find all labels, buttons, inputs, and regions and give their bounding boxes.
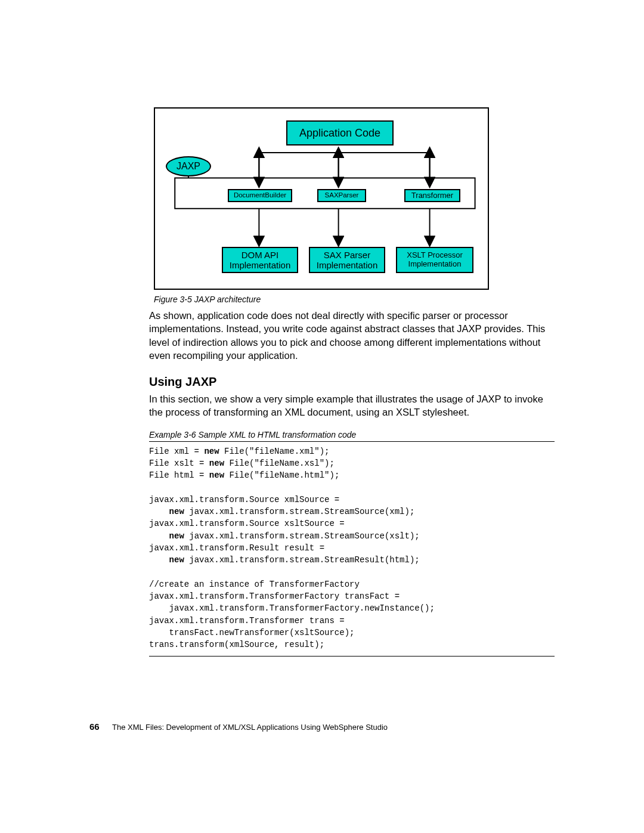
app-code-box: Application Code xyxy=(286,120,394,145)
document-builder-box: DocumentBuilder xyxy=(228,189,292,202)
sax-impl-line2: Implementation xyxy=(317,260,378,270)
dom-api-line2: Implementation xyxy=(230,260,291,270)
xslt-processor-impl-box: XSLT Processor Implementation xyxy=(396,247,473,273)
paragraph-1: As shown, application code does not deal… xyxy=(149,309,555,362)
footer-title: The XML Files: Development of XML/XSL Ap… xyxy=(112,723,388,732)
sax-parser-box: SAXParser xyxy=(317,189,366,202)
page-number: 66 xyxy=(89,721,100,732)
example-caption: Example 3-6 Sample XML to HTML transform… xyxy=(149,430,555,439)
sax-impl-line1: SAX Parser xyxy=(324,250,370,260)
sax-parser-impl-box: SAX Parser Implementation xyxy=(309,247,385,273)
example-rule-top xyxy=(149,441,555,442)
dom-api-impl-box: DOM API Implementation xyxy=(222,247,298,273)
page-content: Application Code JAXP DocumentBuilder SA… xyxy=(149,107,555,657)
example-rule-bottom xyxy=(149,656,555,657)
dom-api-line1: DOM API xyxy=(242,250,279,260)
page-footer: 66 The XML Files: Development of XML/XSL… xyxy=(89,721,388,732)
xslt-line1: XSLT Processor xyxy=(407,251,462,260)
transformer-box: Transformer xyxy=(404,189,460,202)
jaxp-ellipse: JAXP xyxy=(166,156,211,176)
using-jaxp-heading: Using JAXP xyxy=(149,375,555,389)
code-block: File xml = new File("fileName.xml"); Fil… xyxy=(149,445,555,651)
figure-caption: Figure 3-5 JAXP architecture xyxy=(154,295,555,304)
xslt-line2: Implementation xyxy=(408,260,462,269)
paragraph-2: In this section, we show a very simple e… xyxy=(149,392,555,419)
jaxp-architecture-diagram: Application Code JAXP DocumentBuilder SA… xyxy=(154,107,489,290)
